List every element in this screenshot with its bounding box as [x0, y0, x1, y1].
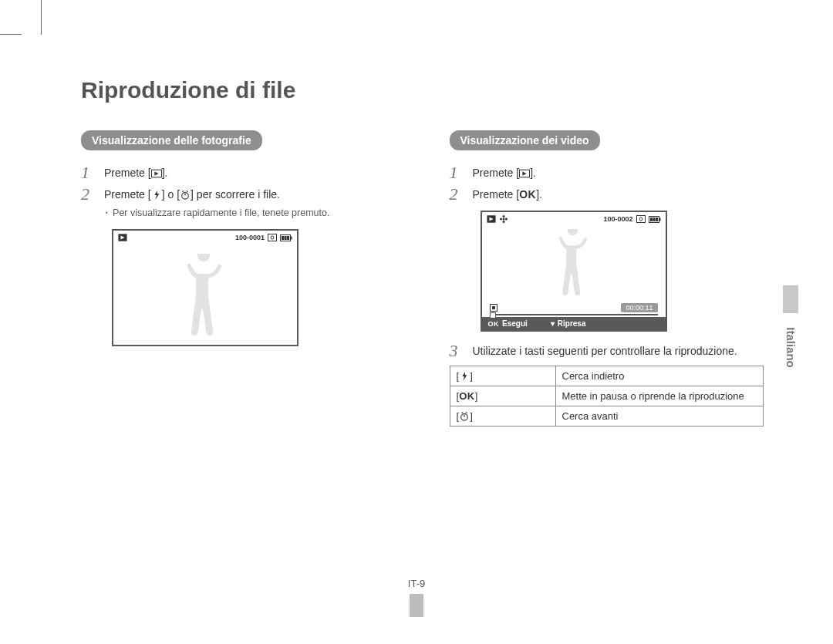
- step-number: 2: [450, 186, 464, 203]
- stop-icon: [490, 304, 497, 312]
- storage-icon: [268, 234, 277, 241]
- play-mode-icon: [519, 169, 530, 178]
- step-number: 3: [450, 342, 464, 359]
- page-number-label: IT-9: [408, 578, 425, 589]
- two-columns: Visualizzazione delle fotografie 1 Preme…: [81, 130, 764, 427]
- file-number-label: 100-0002: [603, 215, 632, 223]
- play-mode-icon: [151, 169, 162, 178]
- language-tab-label: Italiano: [784, 327, 798, 368]
- table-cell-desc: Cerca indietro: [555, 366, 764, 386]
- ok-icon: OK: [459, 390, 475, 402]
- step-number: 1: [450, 164, 464, 181]
- flower-icon: [499, 214, 508, 224]
- svg-rect-23: [636, 216, 645, 223]
- left-substep: Per visualizzare rapidamente i file, ten…: [106, 207, 396, 218]
- step-text: Premete [] o [] per scorrere i file.: [104, 186, 280, 201]
- right-column: Visualizzazione dei video 1 Premete []. …: [450, 130, 764, 427]
- svg-point-18: [502, 218, 504, 221]
- svg-rect-29: [656, 217, 658, 221]
- storage-icon: [636, 215, 646, 223]
- screen-topbar: 100-0001: [113, 231, 297, 244]
- table-cell-desc: Mette in pausa o riprende la riproduzion…: [555, 386, 764, 406]
- svg-marker-32: [463, 372, 467, 381]
- left-step-2: 2 Premete [] o [] per scorrere i file.: [81, 186, 396, 203]
- svg-rect-26: [659, 217, 661, 221]
- language-tab: Italiano: [783, 285, 798, 409]
- svg-rect-11: [282, 236, 284, 240]
- footer-down-label: Ripresa: [558, 319, 586, 328]
- step-text: Premete [].: [473, 164, 536, 179]
- table-cell-key: [OK]: [450, 386, 555, 406]
- flash-icon: [151, 191, 162, 200]
- table-cell-key: []: [450, 366, 555, 386]
- svg-rect-7: [268, 234, 277, 241]
- table-row: [] Cerca avanti: [450, 406, 764, 427]
- page-number-area: IT-9: [0, 578, 833, 617]
- screen-footer-bar: OK Esegui ▾ Ripresa: [482, 317, 666, 330]
- photo-screen-preview: 100-0001: [112, 229, 298, 346]
- step-number: 1: [81, 164, 95, 181]
- person-silhouette: [174, 254, 236, 345]
- svg-point-20: [502, 221, 504, 223]
- svg-marker-15: [523, 171, 527, 175]
- controls-table: [] Cerca indietro [OK] Mette in pausa o …: [450, 366, 764, 427]
- video-screen-preview: 100-0002 00:00:11 OK Esegui: [481, 211, 667, 332]
- timecode-row: 00:00:11: [482, 303, 666, 314]
- self-timer-icon: [459, 412, 470, 421]
- ok-icon: OK: [488, 320, 500, 328]
- footer-ok-label: Esegui: [502, 319, 528, 328]
- svg-point-22: [505, 218, 508, 221]
- svg-point-19: [502, 215, 504, 217]
- svg-point-33: [461, 414, 468, 421]
- svg-rect-10: [291, 236, 292, 239]
- svg-rect-28: [653, 217, 655, 221]
- svg-rect-31: [492, 306, 495, 309]
- ok-icon: OK: [519, 188, 536, 201]
- screen-body: [482, 226, 666, 303]
- battery-icon: [280, 234, 292, 241]
- step-text: Utilizzate i tasti seguenti per controll…: [473, 342, 737, 357]
- step-text: Premete [].: [104, 164, 167, 179]
- section-heading-left: Visualizzazione delle fotografie: [81, 130, 262, 150]
- svg-marker-1: [154, 171, 158, 175]
- table-cell-desc: Cerca avanti: [555, 406, 764, 427]
- step-number: 2: [81, 186, 95, 203]
- person-silhouette: [548, 229, 599, 303]
- page-title: Riproduzione di file: [81, 77, 764, 103]
- svg-rect-27: [650, 217, 653, 221]
- svg-point-24: [639, 217, 642, 221]
- left-step-1: 1 Premete [].: [81, 164, 396, 181]
- right-step-2: 2 Premete [OK].: [450, 186, 764, 203]
- right-step-3: 3 Utilizzate i tasti seguenti per contro…: [450, 342, 764, 359]
- down-triangle-icon: ▾: [551, 319, 555, 328]
- left-column: Visualizzazione delle fotografie 1 Preme…: [81, 130, 396, 427]
- screen-topbar: 100-0002: [482, 212, 666, 226]
- play-mode-icon: [487, 214, 496, 224]
- screen-body: [113, 244, 297, 345]
- timecode-label: 00:00:11: [621, 303, 657, 312]
- progress-bar: [490, 314, 658, 315]
- flash-icon: [459, 372, 470, 381]
- right-step-1: 1 Premete [].: [450, 164, 764, 181]
- svg-point-8: [271, 236, 274, 239]
- page-body: Riproduzione di file Visualizzazione del…: [0, 0, 833, 427]
- page-number-bar: [410, 594, 423, 617]
- svg-rect-12: [285, 236, 287, 240]
- self-timer-icon: [180, 191, 191, 200]
- svg-rect-13: [287, 236, 289, 240]
- battery-icon: [649, 216, 661, 223]
- step-text: Premete [OK].: [473, 186, 542, 201]
- svg-point-21: [500, 218, 502, 221]
- play-mode-icon: [118, 233, 127, 242]
- table-cell-key: []: [450, 406, 555, 427]
- svg-marker-2: [154, 191, 159, 200]
- file-number-label: 100-0001: [235, 234, 265, 241]
- section-heading-right: Visualizzazione dei video: [450, 130, 600, 150]
- table-row: [] Cerca indietro: [450, 366, 764, 386]
- table-row: [OK] Mette in pausa o riprende la riprod…: [450, 386, 764, 406]
- progress-dot: [490, 312, 496, 319]
